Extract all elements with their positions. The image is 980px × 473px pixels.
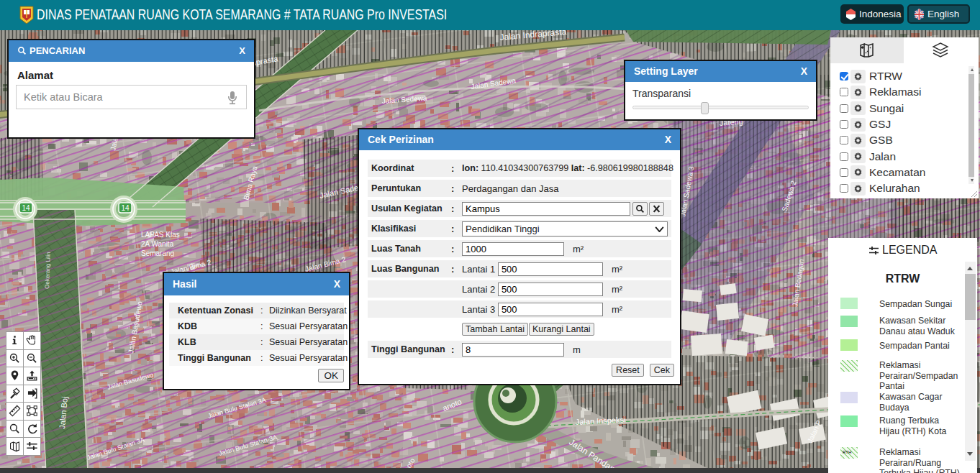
svg-text:14: 14 [22,204,30,212]
svg-text:14: 14 [121,204,130,212]
svg-text:LAPAS Klas: LAPAS Klas [141,231,180,239]
svg-text:2A Wanita: 2A Wanita [141,240,174,248]
svg-text:Semarang: Semarang [141,249,174,257]
svg-text:Oekerang Lilin: Oekerang Lilin [44,252,52,289]
